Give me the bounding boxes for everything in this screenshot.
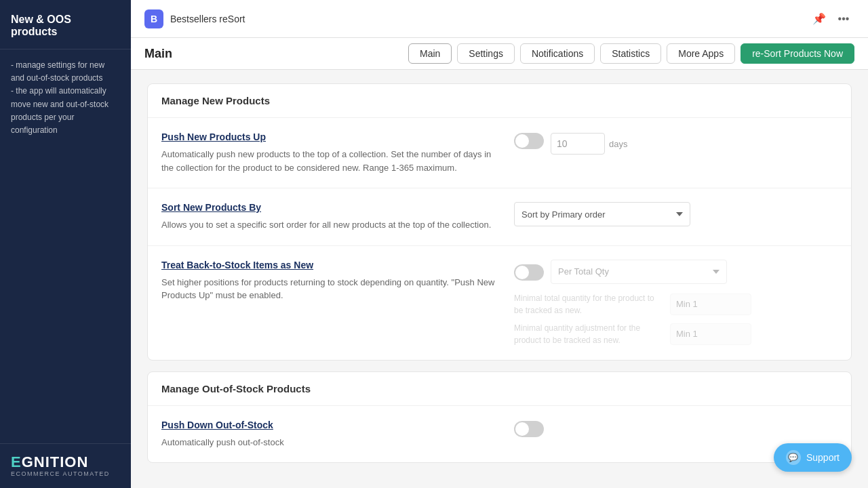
sort-new-by-row: Sort New Products By Allows you to set a… [148, 188, 851, 246]
main-content: B Bestsellers reSort 📌 ••• Main Main Set… [131, 0, 868, 488]
push-down-oos-info: Push Down Out-of-Stock Automatically pus… [161, 420, 500, 449]
treat-back-to-stock-control: Per Total Qty Per Available Qty Minimal … [514, 260, 751, 346]
manage-oos-products-header: Manage Out-of-Stock Products [148, 372, 851, 406]
nav-bar: Main Main Settings Notifications Statist… [131, 38, 868, 70]
brand-tagline: ECOMMERCE AUTOMATED [11, 471, 120, 477]
app-name: Bestsellers reSort [170, 14, 245, 24]
topbar-actions: 📌 ••• [808, 8, 854, 30]
manage-new-products-header: Manage New Products [148, 84, 851, 118]
days-input-wrap: days [551, 133, 627, 155]
min-total-label: Minimal total quantity for the product t… [514, 292, 663, 317]
treat-back-to-stock-select[interactable]: Per Total Qty Per Available Qty [551, 260, 727, 284]
min-adj-input[interactable] [670, 323, 751, 345]
push-new-up-row: Push New Products Up Automatically push … [148, 118, 851, 188]
push-down-oos-title: Push Down Out-of-Stock [161, 420, 500, 430]
support-label: Support [806, 452, 840, 463]
push-new-up-title: Push New Products Up [161, 131, 500, 142]
treat-back-to-stock-info: Treat Back-to-Stock Items as New Set hig… [161, 260, 500, 302]
sort-new-by-desc: Allows you to set a specific sort order … [161, 218, 500, 232]
tab-settings[interactable]: Settings [457, 43, 515, 64]
push-down-oos-row: Push Down Out-of-Stock Automatically pus… [148, 406, 851, 463]
support-button[interactable]: 💬 Support [774, 443, 852, 472]
manage-new-products-card: Manage New Products Push New Products Up… [147, 83, 852, 361]
sidebar-description: - manage settings for new and out-of-sto… [0, 49, 131, 146]
push-down-oos-control [514, 420, 704, 437]
tab-notifications[interactable]: Notifications [520, 43, 595, 64]
more-options-button[interactable]: ••• [833, 8, 854, 30]
support-icon: 💬 [786, 450, 801, 465]
min-adj-label: Minimal quantity adjustment for the prod… [514, 322, 663, 346]
brand-name: EGNITION [11, 455, 120, 470]
tab-statistics[interactable]: Statistics [600, 43, 661, 64]
treat-back-to-stock-title: Treat Back-to-Stock Items as New [161, 260, 500, 270]
min-total-input[interactable] [670, 293, 751, 315]
days-label: days [609, 139, 627, 149]
sort-new-by-control: Sort by Primary order Sort by Best Selle… [514, 202, 704, 226]
treat-back-to-stock-row: Treat Back-to-Stock Items as New Set hig… [148, 246, 851, 360]
app-icon: B [144, 9, 163, 28]
tab-main[interactable]: Main [408, 43, 452, 64]
manage-oos-products-card: Manage Out-of-Stock Products Push Down O… [147, 371, 852, 464]
sidebar: New & OOS products - manage settings for… [0, 0, 131, 488]
resort-products-button[interactable]: re-Sort Products Now [741, 43, 854, 64]
tab-more-apps[interactable]: More Apps [667, 43, 735, 64]
push-new-up-info: Push New Products Up Automatically push … [161, 131, 500, 174]
pin-icon-button[interactable]: 📌 [808, 8, 830, 30]
days-input[interactable] [551, 133, 605, 155]
sidebar-title: New & OOS products [0, 0, 131, 49]
push-down-oos-toggle[interactable] [514, 421, 544, 437]
push-new-up-desc: Automatically push new products to the t… [161, 148, 500, 174]
egnition-logo: EGNITION ECOMMERCE AUTOMATED [11, 455, 120, 477]
push-down-oos-desc: Automatically push out-of-stock [161, 436, 500, 449]
push-new-up-control: days [514, 131, 704, 155]
sort-new-by-info: Sort New Products By Allows you to set a… [161, 202, 500, 232]
content-area: Manage New Products Push New Products Up… [131, 70, 868, 488]
treat-back-to-stock-desc: Set higher positions for products return… [161, 276, 500, 302]
sort-new-by-title: Sort New Products By [161, 202, 500, 213]
sidebar-footer: EGNITION ECOMMERCE AUTOMATED [0, 443, 131, 488]
treat-back-to-stock-toggle[interactable] [514, 264, 544, 281]
sort-new-by-select[interactable]: Sort by Primary order Sort by Best Selle… [514, 202, 690, 226]
push-new-up-toggle[interactable] [514, 133, 544, 149]
topbar: B Bestsellers reSort 📌 ••• [131, 0, 868, 38]
page-title: Main [144, 47, 172, 61]
